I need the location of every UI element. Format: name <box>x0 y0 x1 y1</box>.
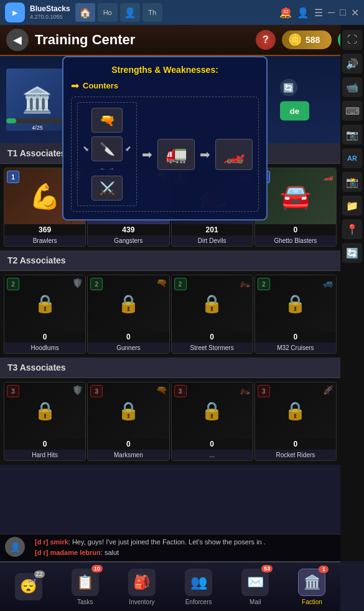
bluestacks-text: BlueStacks 4.270.0.1055 <box>30 4 70 20</box>
gangsters-name: Gangsters <box>88 235 169 246</box>
tasks-icon: 📋 <box>77 574 93 590</box>
notification-area[interactable]: 🔔 32 <box>279 7 292 19</box>
game-titlebar: ◀ Training Center ? 🪙 588 + <box>0 25 364 56</box>
sidebar-folder-icon[interactable]: 📁 <box>342 196 362 216</box>
marksmen-name: Marksmen <box>88 450 169 460</box>
gold-area: 🪙 588 <box>282 31 332 49</box>
rocketriders-image: 3 🚀 🔒 <box>255 382 336 438</box>
refresh-button[interactable]: 🔄 <box>280 79 297 97</box>
gunners-name: Gunners <box>88 343 169 353</box>
inventory-label: Inventory <box>129 599 154 605</box>
nav-item-tasks[interactable]: 📋 10 Tasks <box>57 562 113 611</box>
t3-3-name: ... <box>172 450 253 460</box>
menu-icon[interactable]: ☰ <box>314 7 323 19</box>
hoodlums-count: 0 <box>4 331 85 343</box>
tasks-label: Tasks <box>77 599 93 605</box>
close-icon[interactable]: ✕ <box>351 7 359 19</box>
hardhits-lock: 🔒 <box>4 382 85 438</box>
nav-icon-wrap-mail: ✉️ 53 <box>241 569 269 596</box>
training-banner: 🏛️ 4/25 Strengths & Weaknesses: ➡ Counte… <box>0 56 340 143</box>
ghettoblasters-type-icon: 🏎️ <box>323 171 334 181</box>
marksmen-lock: 🔒 <box>88 382 169 438</box>
brawlers-name: Brawlers <box>4 235 85 246</box>
right-sidebar: ⛶ 🔊 📹 ⌨ 📷 AR 📸 📁 📍 🔄 <box>340 25 364 561</box>
unit-card-marksmen[interactable]: 3 🔫 🔒 0 Marksmen <box>87 382 169 461</box>
hardhits-name: Hard Hits <box>4 450 85 460</box>
unit-card-gunners[interactable]: 2 🔫 🔒 0 Gunners <box>87 275 169 354</box>
bottom-nav: 😴 ZZ 📋 10 Tasks 🎒 Inventory 👥 Enforcers … <box>0 561 340 611</box>
nav-item-enforcers[interactable]: 👥 Enforcers <box>170 562 227 611</box>
sidebar-camera-icon[interactable]: 📷 <box>342 125 362 144</box>
ghettoblasters-count: 0 <box>255 224 336 235</box>
page-title: Training Center <box>35 32 250 48</box>
nav-item-inventory[interactable]: 🎒 Inventory <box>113 562 170 611</box>
game-area: 🏛️ 4/25 Strengths & Weaknesses: ➡ Counte… <box>0 56 340 561</box>
sidebar-sound-icon[interactable]: 🔊 <box>342 54 362 73</box>
nav-icon-wrap-inventory: 🎒 <box>128 569 156 596</box>
t3-3-lock: 🔒 <box>172 382 253 438</box>
unit-card-hoodlums[interactable]: 2 🛡️ 🔒 0 Hoodlums <box>4 275 86 354</box>
upgrade-button[interactable]: de <box>280 102 309 121</box>
marksmen-image: 3 🔫 🔒 <box>88 382 169 438</box>
rocketriders-name: Rocket Riders <box>255 450 336 460</box>
tab-ho[interactable]: Ho <box>98 3 118 22</box>
chat-message-1: [d r] smirk: Hey, guys! I've just joined… <box>35 537 266 548</box>
progress-bar <box>6 118 68 123</box>
topbar: ▶ BlueStacks 4.270.0.1055 🏠 Ho 👤 Th 🔔 32… <box>0 0 364 25</box>
nav-item-mail[interactable]: ✉️ 53 Mail <box>227 562 284 611</box>
faction-badge: 1 <box>319 566 329 573</box>
unit-card-m32cruisers[interactable]: 2 🚙 🔒 0 M32 Cruisers <box>254 275 337 354</box>
unit-card-streetstormers[interactable]: 2 🏍️ 🔒 0 Street Stormers <box>171 275 253 354</box>
brawlers-tier-badge: 1 <box>7 171 19 183</box>
ghettoblasters-name: Ghetto Blasters <box>255 235 336 246</box>
sidebar-fullscreen-icon[interactable]: ⛶ <box>342 30 362 50</box>
streetstormers-name: Street Stormers <box>172 343 253 353</box>
mail-label: Mail <box>250 599 261 605</box>
nav-icon-wrap-tasks: 📋 10 <box>72 569 99 596</box>
rocketriders-count: 0 <box>255 438 336 450</box>
unit-melee: 🔫 <box>91 108 123 133</box>
t2-grid: 2 🛡️ 🔒 0 Hoodlums 2 🔫 🔒 0 Gunners <box>0 271 340 358</box>
arrow-icon: ➡ <box>71 80 79 92</box>
chat-text-2: salut <box>105 549 119 556</box>
tabs-area: 🏠 Ho 👤 Th <box>75 3 274 22</box>
unit-armored: 🏎️ <box>215 139 253 170</box>
chat-message-2: [d r] madame lebrun: salut <box>35 547 266 559</box>
unit-diagram: 🔫 ➡ 🔪 ⬅ ← → ⚔️ ➡ <box>71 97 259 212</box>
zzz-badge: ZZ <box>34 571 45 578</box>
m32cruisers-count: 0 <box>255 331 336 343</box>
nav-item-faction[interactable]: 🏛️ 1 Faction <box>284 562 340 611</box>
dirtdevils-count: 201 <box>172 224 253 235</box>
help-button[interactable]: ? <box>256 30 276 50</box>
rocketriders-lock: 🔒 <box>255 382 336 438</box>
t3-3-count: 0 <box>172 438 253 450</box>
gunners-image: 2 🔫 🔒 <box>88 275 169 331</box>
tab-person[interactable]: 👤 <box>120 3 140 22</box>
sidebar-location-icon[interactable]: 📍 <box>342 219 362 239</box>
enforcers-icon: 👥 <box>190 574 207 590</box>
hoodlums-image: 2 🛡️ 🔒 <box>4 275 85 331</box>
sidebar-rotate-icon[interactable]: 🔄 <box>342 243 362 263</box>
gold-amount: 588 <box>306 35 320 45</box>
bluestacks-logo: ▶ <box>5 2 25 22</box>
counters-text: Counters <box>83 81 118 90</box>
sidebar-ai-icon[interactable]: AR <box>342 148 362 168</box>
unit-card-hardhits[interactable]: 3 🛡️ 🔒 0 Hard Hits <box>4 382 86 461</box>
strengths-popup: Strengths & Weaknesses: ➡ Counters 🔫 ➡ 🔪 <box>62 56 268 220</box>
unit-card-t3-3[interactable]: 3 🏍️ 🔒 0 ... <box>171 382 253 461</box>
nav-item-sleep[interactable]: 😴 ZZ <box>0 562 57 611</box>
tab-th[interactable]: Th <box>142 3 162 22</box>
unit-card-rocketriders[interactable]: 3 🚀 🔒 0 Rocket Riders <box>254 382 337 461</box>
chat-area: 👤 [d r] smirk: Hey, guys! I've just join… <box>0 534 340 561</box>
profile-icon[interactable]: 👤 <box>297 7 309 19</box>
maximize-icon[interactable]: □ <box>340 7 346 18</box>
home-tab[interactable]: 🏠 <box>75 3 95 22</box>
chat-avatar: 👤 <box>5 537 25 557</box>
minimize-icon[interactable]: ─ <box>328 7 335 18</box>
sidebar-screenshot-icon[interactable]: 📸 <box>342 172 362 192</box>
sidebar-keyboard-icon[interactable]: ⌨ <box>342 101 362 121</box>
streetstormers-image: 2 🏍️ 🔒 <box>172 275 253 331</box>
back-button[interactable]: ◀ <box>6 29 29 51</box>
mail-badge: 53 <box>261 565 273 572</box>
sidebar-video-icon[interactable]: 📹 <box>342 77 362 97</box>
